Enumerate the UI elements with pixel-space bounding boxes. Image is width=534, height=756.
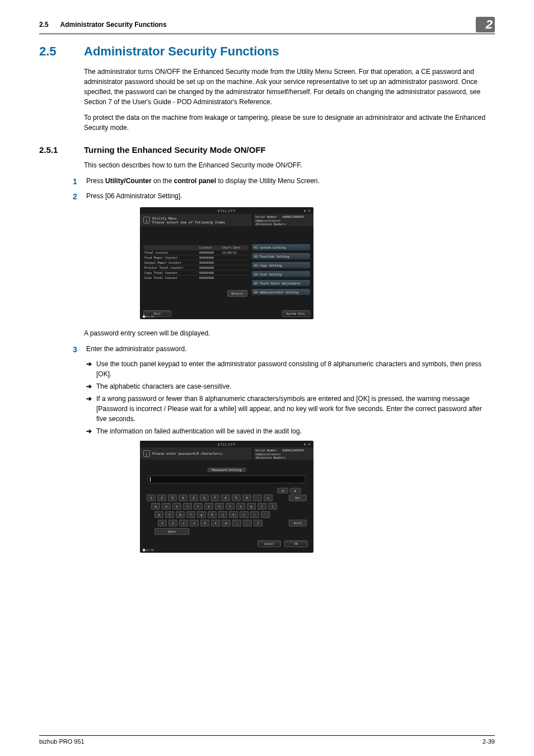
key[interactable]: 0 (242, 494, 251, 501)
key[interactable]: o (236, 503, 245, 510)
key[interactable]: i (226, 503, 235, 510)
ok-button[interactable]: OK (284, 540, 308, 547)
memory-icon: ◐ ⚙ (304, 208, 310, 212)
step-2-text: Press [06 Administrator Setting]. (86, 191, 495, 203)
key[interactable]: w (162, 503, 171, 510)
info-icon: i (143, 450, 150, 457)
bullet-4: The information on failed authentication… (96, 426, 489, 436)
caret-icon (150, 477, 151, 482)
key[interactable]: d (176, 511, 185, 518)
menu-touch-panel[interactable]: 05 Touch Panel Adjustment (252, 280, 310, 286)
key[interactable]: x (168, 520, 177, 526)
key[interactable]: 5 (189, 494, 198, 501)
key[interactable]: 4 (179, 494, 188, 501)
key[interactable]: , (232, 520, 241, 526)
system-info-button[interactable]: System Info. (282, 310, 310, 317)
arrow-icon: ➔ (86, 426, 96, 436)
s1-mid: on the (152, 177, 174, 185)
key[interactable]: r (183, 503, 192, 510)
header-left: 2.5 Administrator Security Functions (39, 21, 167, 29)
key[interactable]: b (200, 520, 209, 526)
arrow-icon: ➔ (86, 381, 96, 391)
step-1-text: Press Utility/Counter on the control pan… (86, 176, 495, 188)
s1-pre: Press (86, 177, 105, 185)
key[interactable]: = (264, 494, 273, 501)
tab-utility: UTILITY (218, 209, 236, 213)
cancel-button[interactable]: Cancel (257, 540, 281, 547)
key[interactable]: z (158, 520, 167, 526)
table-row: Scan Total Counter00000000 (143, 276, 249, 281)
space-key[interactable]: Space (154, 528, 189, 535)
details-button[interactable]: Details (227, 290, 247, 297)
menu-system-setting[interactable]: 01 System Setting (252, 244, 310, 250)
key[interactable]: 3 (168, 494, 177, 501)
bullet-1: Use the touch panel keypad to enter the … (96, 359, 489, 379)
key[interactable]: 7 (210, 494, 219, 501)
key[interactable]: ; (250, 511, 259, 518)
info-left: i Please enter password(8 characters) (140, 447, 252, 460)
key[interactable]: [ (257, 503, 266, 510)
key[interactable]: t (194, 503, 203, 510)
key[interactable]: n (211, 520, 220, 526)
del-key[interactable]: Del (289, 494, 307, 501)
key[interactable]: m (222, 520, 231, 526)
password-title: Password Setting (208, 468, 246, 472)
screenshot-password: UTILITY ◐ ⚙ i Please enter password(8 ch… (140, 441, 313, 553)
th-start: Start Date (221, 245, 249, 250)
key[interactable]: 8 (221, 494, 230, 501)
step-2-number: 2 (73, 191, 86, 203)
info-left: i Utility Menu Please select one of foll… (140, 214, 252, 226)
key[interactable]: h (208, 511, 217, 518)
h3-title: Turning the Enhanced Security Mode ON/OF… (84, 145, 266, 155)
key[interactable]: ] (268, 503, 277, 510)
key[interactable]: 1 (147, 494, 156, 501)
s1-post: to display the Utility Menu Screen. (216, 177, 320, 185)
password-input[interactable] (148, 475, 306, 483)
table-row: Feed Paper Counter00000000 (143, 255, 249, 260)
key[interactable]: y (204, 503, 213, 510)
h2-title: Administrator Security Functions (84, 44, 279, 59)
intro-p1: The administrator turns ON/OFF the Enhan… (84, 67, 495, 107)
key[interactable]: 6 (200, 494, 209, 501)
key[interactable]: v (190, 520, 199, 526)
tab-utility: UTILITY (218, 442, 236, 446)
key[interactable]: c (179, 520, 188, 526)
running-header: 2.5 Administrator Security Functions 2 (39, 17, 495, 34)
header-section-title: Administrator Security Functions (60, 21, 167, 29)
menu-copy-setting[interactable]: 03 Copy Setting (252, 262, 310, 268)
key[interactable]: p (247, 503, 256, 510)
key[interactable]: j (218, 511, 227, 518)
menu-scan-setting[interactable]: 04 Scan Setting (252, 271, 310, 277)
screenshot-utility-menu: UTILITY ◐ ⚙ i Utility Menu Please select… (140, 207, 313, 319)
key[interactable]: l (240, 511, 249, 518)
key[interactable]: f (186, 511, 195, 518)
key[interactable]: k (229, 511, 238, 518)
key[interactable]: a (154, 511, 163, 518)
caret-right-button[interactable]: ▶ (290, 488, 301, 493)
table-row: Copy Total Counter00000000 (143, 270, 249, 276)
key[interactable]: 9 (232, 494, 241, 501)
info-right: Serial Number A4EW011000003 <Administrat… (252, 447, 313, 460)
key[interactable]: s (165, 511, 174, 518)
menu-administrator-setting[interactable]: 06 Administrator Setting (252, 289, 310, 295)
key[interactable]: / (254, 520, 263, 526)
key[interactable]: ' (261, 511, 270, 518)
soft-keyboard: 1234567890-=Del qwertyuiop[] asdfghjkl;'… (147, 494, 307, 535)
key[interactable]: 2 (157, 494, 166, 501)
arrow-icon: ➔ (86, 394, 96, 424)
key[interactable]: - (253, 494, 262, 501)
memory-icon: ◐ ⚙ (304, 442, 310, 446)
shift-key[interactable]: Shift (289, 520, 307, 526)
caret-left-button[interactable]: ◀ (277, 488, 288, 493)
key[interactable]: g (197, 511, 206, 518)
key[interactable]: u (215, 503, 224, 510)
menu-function-setting[interactable]: 02 Function Setting (252, 253, 310, 259)
bullet-3: If a wrong password or fewer than 8 alph… (96, 394, 489, 424)
step-3-text: Enter the administrator password. (86, 344, 495, 356)
after-shot1-text: A password entry screen will be displaye… (84, 328, 495, 338)
key[interactable]: . (243, 520, 252, 526)
key[interactable]: e (172, 503, 181, 510)
header-section-num: 2.5 (39, 21, 49, 29)
key[interactable]: q (151, 503, 160, 510)
intro-p2: To protect the data on the machine from … (84, 113, 495, 133)
